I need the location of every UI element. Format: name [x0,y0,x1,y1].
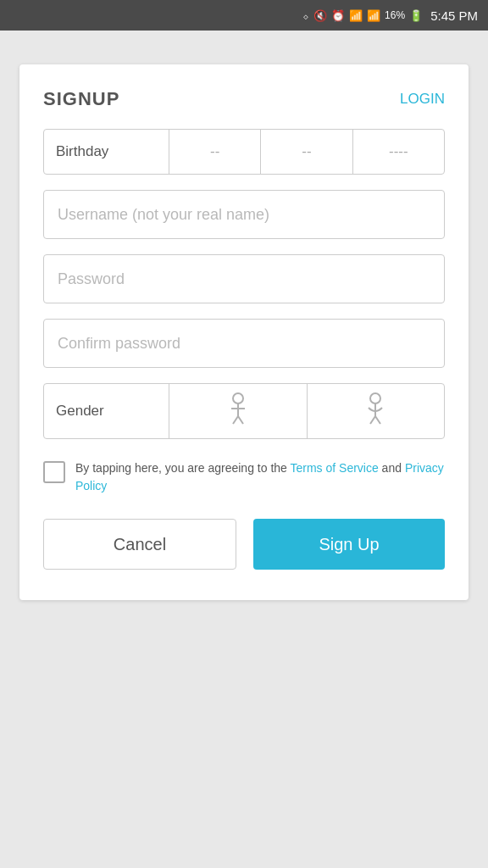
birthday-day[interactable]: -- [261,130,352,174]
birthday-month[interactable]: -- [169,130,261,174]
login-link[interactable]: LOGIN [400,91,445,108]
gender-label: Gender [44,384,169,438]
gender-row: Gender [43,383,445,439]
birthday-row[interactable]: Birthday -- -- ---- [43,129,445,175]
battery-icon: 🔋 [409,9,423,22]
svg-line-4 [238,416,243,424]
card-header: SIGNUP LOGIN [43,88,445,110]
signup-button[interactable]: Sign Up [253,519,445,570]
svg-point-0 [233,393,243,403]
bluetooth-icon: ⬦ [302,9,309,22]
terms-text: By tapping here, you are agreeing to the… [75,459,445,495]
svg-point-5 [370,393,380,403]
terms-of-service-link[interactable]: Terms of Service [290,461,378,475]
battery-percent: 16% [385,9,405,21]
gender-male-option[interactable] [169,384,308,438]
buttons-row: Cancel Sign Up [43,519,445,570]
gender-female-option[interactable] [308,384,445,438]
svg-line-8 [375,416,380,424]
wifi-icon: 📶 [349,9,363,22]
terms-and: and [379,461,405,475]
svg-line-3 [233,416,238,424]
terms-prefix: By tapping here, you are agreeing to the [75,461,290,475]
terms-checkbox[interactable] [43,461,65,483]
terms-row: By tapping here, you are agreeing to the… [43,459,445,495]
male-icon [225,392,251,431]
signup-title: SIGNUP [43,88,119,110]
birthday-year[interactable]: ---- [353,130,444,174]
password-input[interactable] [43,254,445,303]
signal-icon: 📶 [367,9,380,22]
birthday-label: Birthday [44,130,169,174]
status-bar: ⬦ 🔇 ⏰ 📶 📶 16% 🔋 5:45 PM [0,0,488,31]
main-container: SIGNUP LOGIN Birthday -- -- ---- Gender [0,31,488,868]
status-time: 5:45 PM [430,8,478,23]
status-icons: ⬦ 🔇 ⏰ 📶 📶 16% 🔋 5:45 PM [302,8,478,23]
confirm-password-input[interactable] [43,319,445,368]
mute-icon: 🔇 [313,9,327,22]
svg-line-7 [370,416,375,424]
username-input[interactable] [43,190,445,239]
female-icon [363,392,388,431]
signup-card: SIGNUP LOGIN Birthday -- -- ---- Gender [19,64,469,600]
alarm-icon: ⏰ [331,9,345,22]
cancel-button[interactable]: Cancel [43,519,236,570]
